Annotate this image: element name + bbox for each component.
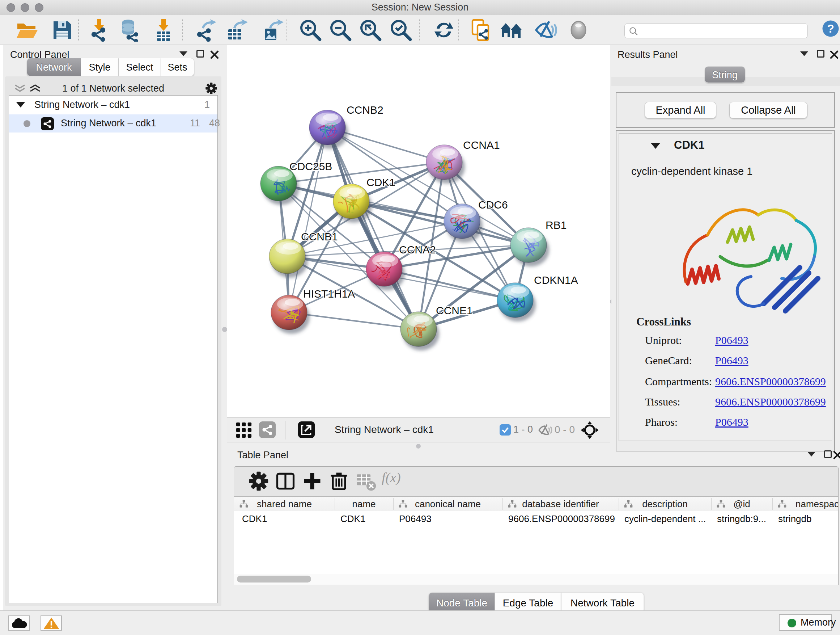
export-image-icon[interactable]: [261, 19, 284, 42]
selected-checkbox-icon[interactable]: [500, 424, 511, 435]
expand-all-button[interactable]: Expand All: [645, 102, 716, 119]
cell-@id[interactable]: stringdb:9...: [717, 513, 766, 524]
hidden-count: 0 - 0: [554, 424, 575, 435]
left-splitter-handle[interactable]: [222, 327, 227, 332]
network-item-label: String Network – cdk1: [61, 118, 156, 129]
cell-description[interactable]: cyclin-dependent ...: [624, 513, 706, 524]
search-icon: [628, 26, 638, 36]
cell-canonical-name[interactable]: P06493: [399, 513, 431, 524]
gene-name: CDK1: [674, 139, 704, 152]
memory-button[interactable]: Memory: [779, 614, 832, 631]
zoom-in-icon[interactable]: [299, 19, 322, 42]
add-column-icon[interactable]: [302, 470, 323, 492]
tab-edge-table[interactable]: Edge Table: [495, 592, 561, 613]
cell-shared-name[interactable]: CDK1: [242, 513, 267, 524]
table-panel-menu-icon[interactable]: [807, 452, 815, 456]
zoom-out-icon[interactable]: [329, 19, 352, 42]
home-icon[interactable]: [500, 19, 523, 42]
bottom-splitter-handle[interactable]: [416, 444, 421, 448]
network-edge[interactable]: [289, 127, 327, 312]
table-panel-float-icon[interactable]: [824, 450, 832, 458]
fit-selection-crosshair-icon[interactable]: [580, 421, 599, 440]
help-icon[interactable]: ?: [822, 20, 839, 37]
table-scrollbar[interactable]: [234, 574, 838, 585]
network-tree-selected-row[interactable]: String Network – cdk1 11 48: [9, 114, 218, 133]
crosslink-value-link[interactable]: P06493: [715, 355, 748, 367]
save-session-icon[interactable]: [51, 19, 74, 42]
column-header-database-identifier[interactable]: database identifier: [502, 497, 619, 511]
node-label-cdk1: CDK1: [366, 176, 395, 188]
control-panel-close-icon[interactable]: [210, 50, 219, 59]
table-panel-close-icon[interactable]: [833, 450, 840, 460]
network-node-ccna2[interactable]: [366, 252, 405, 290]
network-node-ccna1[interactable]: [426, 145, 465, 184]
crosslink-value-link[interactable]: P06493: [715, 334, 748, 347]
network-node-ccnb2[interactable]: [309, 110, 348, 149]
results-panel-close-icon[interactable]: [829, 50, 839, 59]
crosslink-value-link[interactable]: P06493: [715, 416, 748, 428]
table-scrollbar-thumb[interactable]: [237, 576, 311, 583]
node-label-ccna1: CCNA1: [463, 139, 500, 151]
tab-style[interactable]: Style: [81, 58, 118, 76]
import-network-icon[interactable]: [88, 19, 111, 42]
column-header-shared-name[interactable]: shared name: [234, 497, 335, 511]
node-label-cdkn1a: CDKN1A: [534, 274, 578, 286]
show-panel-icon[interactable]: [567, 19, 590, 42]
open-session-icon[interactable]: [15, 19, 38, 42]
column-header-@id[interactable]: @id: [711, 497, 772, 511]
search-input[interactable]: [624, 23, 808, 38]
column-header-canonical-name[interactable]: canonical name: [393, 497, 502, 511]
results-button-box: Expand All Collapse All: [616, 92, 835, 128]
show-columns-icon[interactable]: [275, 470, 296, 492]
tab-string[interactable]: String: [705, 66, 745, 83]
network-tree-root-row[interactable]: String Network – cdk1 1: [9, 96, 218, 114]
hide-panel-icon[interactable]: [534, 19, 557, 42]
refresh-icon[interactable]: [432, 19, 455, 42]
network-type-icon: [41, 117, 54, 130]
control-panel-menu-icon[interactable]: [180, 51, 187, 56]
collapse-all-button[interactable]: Collapse All: [729, 102, 807, 119]
network-canvas[interactable]: CCNB2CCNA1CDC25BCDK1CDC6RB1CCNB1CCNA2CDK…: [227, 45, 610, 417]
annotation-icon[interactable]: [470, 19, 493, 42]
network-options-gear-icon[interactable]: [205, 82, 218, 95]
zoom-fit-icon[interactable]: [359, 19, 382, 42]
import-table-icon[interactable]: [152, 19, 175, 42]
export-table-icon[interactable]: [225, 19, 248, 42]
table-settings-gear-icon[interactable]: [248, 470, 270, 492]
tab-node-table[interactable]: Node Table: [429, 592, 495, 613]
network-node-rb1[interactable]: [510, 228, 549, 266]
import-database-icon[interactable]: [118, 19, 141, 42]
tab-network-table[interactable]: Network Table: [561, 592, 644, 613]
results-panel-float-icon[interactable]: [817, 50, 824, 57]
warning-button[interactable]: [41, 616, 62, 631]
cell-namespac[interactable]: stringdb: [778, 513, 812, 524]
zoom-selected-icon[interactable]: [389, 19, 412, 42]
gene-collapse-icon[interactable]: [651, 143, 660, 149]
open-in-window-icon[interactable]: [298, 421, 315, 438]
gene-header-row[interactable]: CDK1: [619, 134, 832, 158]
network-node-cdk1[interactable]: [333, 184, 372, 223]
network-node-hist1h1a[interactable]: [271, 295, 309, 334]
cloud-button[interactable]: [8, 616, 30, 631]
column-header-namespac[interactable]: namespac: [772, 497, 838, 511]
crosslink-value-link[interactable]: 9606.ENSP00000378699: [715, 375, 826, 388]
tab-network[interactable]: Network: [27, 58, 81, 76]
export-network-icon[interactable]: [195, 19, 218, 42]
network-node-cdc6[interactable]: [444, 204, 483, 242]
crosslink-label: Pharos:: [645, 416, 677, 428]
tree-expand-icon[interactable]: [16, 102, 25, 108]
svg-text:?: ?: [827, 22, 834, 35]
tab-sets[interactable]: Sets: [161, 58, 194, 76]
cell-database-identifier[interactable]: 9606.ENSP00000378699: [508, 513, 615, 524]
delete-column-icon[interactable]: [328, 470, 350, 492]
cell-name[interactable]: CDK1: [340, 513, 365, 524]
column-header-name[interactable]: name: [335, 497, 393, 511]
network-share-icon[interactable]: [259, 421, 276, 438]
results-panel-menu-icon[interactable]: [800, 51, 808, 56]
tab-select[interactable]: Select: [118, 58, 161, 76]
network-node-cdkn1a[interactable]: [497, 283, 536, 321]
control-panel-float-icon[interactable]: [196, 50, 204, 57]
birdseye-grid-icon[interactable]: [234, 421, 253, 440]
column-header-description[interactable]: description: [619, 497, 711, 511]
crosslink-value-link[interactable]: 9606.ENSP00000378699: [715, 396, 826, 408]
